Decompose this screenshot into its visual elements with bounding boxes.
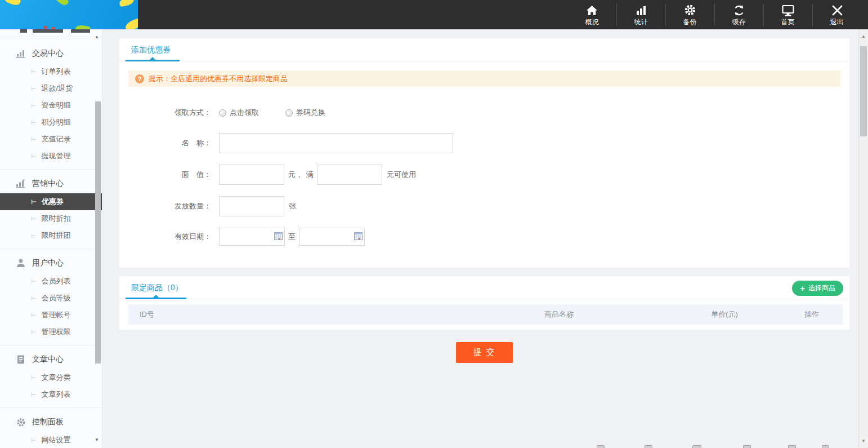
- sidebar-item-label: 文章列表: [42, 389, 71, 400]
- sidebar-item-site-settings[interactable]: ⊢网站设置: [0, 432, 102, 448]
- gear-icon: [683, 3, 697, 17]
- sidebar-item-member-list[interactable]: ⊢会员列表: [0, 273, 102, 290]
- divider: [0, 169, 102, 170]
- sidebar-section-article-center[interactable]: 文章中心: [0, 350, 102, 369]
- divider: [0, 249, 102, 249]
- column-header-product-name: 商品名称: [450, 309, 668, 320]
- page-scrollbar-thumb[interactable]: [860, 46, 867, 136]
- sidebar-item-member-level[interactable]: ⊢会员等级: [0, 290, 102, 307]
- topbar-item-label: 统计: [634, 18, 648, 26]
- column-header-id: ID号: [128, 309, 450, 320]
- issue-quantity-input[interactable]: [219, 196, 284, 216]
- banner-fragment: [44, 26, 47, 29]
- sidebar-item-order-list[interactable]: ⊢订单列表: [0, 63, 102, 80]
- chart-flag-icon: [16, 179, 26, 188]
- branch-icon: ⊢: [31, 329, 37, 336]
- clipped-icon-fragment: [692, 445, 701, 448]
- sidebar-item-flash-discount[interactable]: ⊢限时折扣: [0, 210, 102, 227]
- field-label-value: 面 值：: [175, 170, 211, 180]
- topbar-item-label: 备份: [683, 18, 697, 26]
- coupon-form: 领取方式： 点击领取 券码兑换 名 称： 面 值： 元， 满 元可使用 发放数量…: [119, 87, 849, 246]
- close-icon: [831, 3, 843, 17]
- tip-text: 提示：全店通用的优惠券不用选择限定商品: [149, 74, 288, 84]
- radio-option-code-redeem[interactable]: 券码兑换: [285, 108, 325, 118]
- sidebar-scroll-up-arrow[interactable]: ▲: [93, 34, 100, 40]
- sidebar-item-refund[interactable]: ⊢退款/退货: [0, 80, 102, 97]
- topbar-overview-button[interactable]: 概况: [567, 0, 616, 29]
- branch-icon: ⊢: [31, 68, 37, 76]
- chart-bars-icon: [16, 49, 26, 58]
- panel-tabs: 添加优惠券: [119, 38, 849, 61]
- topbar-cache-button[interactable]: 缓存: [714, 0, 763, 29]
- sidebar-item-points-detail[interactable]: ⊢积分明细: [0, 114, 102, 131]
- submit-button[interactable]: 提 交: [456, 342, 513, 363]
- start-date-wrapper: [219, 228, 285, 246]
- divider: [0, 345, 102, 345]
- sidebar-item-article-category[interactable]: ⊢文章分类: [0, 369, 102, 386]
- clipped-menu-item-fragment: [33, 29, 63, 33]
- sidebar-item-label: 提现管理: [42, 151, 71, 161]
- field-label-quantity: 发放数量：: [175, 201, 211, 211]
- sidebar-section-marketing-center[interactable]: 营销中心: [0, 174, 102, 193]
- topbar-stats-button[interactable]: 统计: [616, 0, 665, 29]
- page-scroll-down-arrow[interactable]: ▼: [859, 438, 868, 443]
- refresh-icon: [732, 3, 746, 17]
- sidebar-item-recharge-record[interactable]: ⊢充值记录: [0, 131, 102, 148]
- sidebar-section-user-center[interactable]: 用户中心: [0, 254, 102, 273]
- date-separator: 至: [288, 232, 296, 242]
- topbar-homepage-button[interactable]: 首页: [763, 0, 812, 29]
- sidebar-item-label: 充值记录: [42, 134, 71, 144]
- branch-icon: ⊢: [31, 119, 37, 126]
- divider: [0, 37, 102, 37]
- min-amount-input[interactable]: [317, 165, 382, 185]
- topbar-item-label: 首页: [781, 18, 795, 26]
- column-header-action: 操作: [781, 309, 843, 320]
- monitor-icon: [781, 3, 795, 17]
- branch-icon: ⊢: [31, 198, 37, 206]
- home-icon: [585, 3, 598, 17]
- coupon-value-input[interactable]: [219, 165, 284, 185]
- topbar-backup-button[interactable]: 备份: [665, 0, 714, 29]
- leaf-decoration: [75, 24, 91, 29]
- sidebar-item-admin-permission[interactable]: ⊢管理权限: [0, 323, 102, 340]
- radio-option-click-receive[interactable]: 点击领取: [219, 108, 259, 118]
- sidebar-item-admin-account[interactable]: ⊢管理帐号: [0, 307, 102, 323]
- sidebar-item-group-buy[interactable]: ⊢限时拼团: [0, 227, 102, 244]
- min-prefix: 满: [306, 170, 314, 180]
- topbar-logout-button[interactable]: 退出: [812, 0, 861, 29]
- sidebar-item-fund-detail[interactable]: ⊢资金明细: [0, 97, 102, 114]
- stats-icon: [635, 3, 647, 17]
- radio-icon[interactable]: [219, 109, 226, 117]
- clipped-menu-item-fragment: [71, 29, 90, 33]
- sidebar-item-coupon[interactable]: ⊢优惠券: [0, 193, 102, 210]
- sidebar-item-article-list[interactable]: ⊢文章列表: [0, 386, 102, 403]
- leaf-decoration: [53, 0, 69, 7]
- sidebar-item-label: 会员等级: [42, 293, 71, 303]
- column-header-unit-price: 单价(元): [668, 309, 781, 320]
- branch-icon: ⊢: [31, 437, 37, 444]
- branch-icon: ⊢: [31, 136, 37, 143]
- tab-underline: [126, 298, 186, 299]
- sidebar-scrollbar-thumb[interactable]: [95, 101, 101, 363]
- branch-icon: ⊢: [31, 232, 37, 239]
- coupon-name-input[interactable]: [219, 133, 453, 153]
- sidebar-section-trade-center[interactable]: 交易中心: [0, 44, 102, 63]
- sidebar-scroll-down-arrow[interactable]: ▼: [93, 437, 100, 443]
- products-table-header: ID号 商品名称 单价(元) 操作: [128, 304, 843, 325]
- radio-icon[interactable]: [285, 109, 293, 117]
- sidebar-section-control-panel[interactable]: 控制面板: [0, 412, 102, 432]
- branch-icon: ⊢: [31, 102, 37, 109]
- calendar-icon[interactable]: [354, 232, 363, 242]
- page-scroll-up-arrow[interactable]: ▲: [859, 34, 868, 39]
- select-products-button[interactable]: + 选择商品: [792, 281, 843, 296]
- radio-label: 券码兑换: [296, 108, 325, 118]
- sidebar: ▲ ▼ 交易中心 ⊢订单列表 ⊢退款/退货 ⊢资金明细 ⊢积分明细 ⊢充值记录 …: [0, 29, 102, 448]
- clipped-icon-fragment: [822, 445, 829, 448]
- sidebar-item-label: 积分明细: [42, 117, 71, 127]
- page-scrollbar[interactable]: ▲ ▼: [858, 29, 868, 448]
- sidebar-item-label: 文章分类: [42, 372, 71, 383]
- sidebar-item-withdraw-manage[interactable]: ⊢提现管理: [0, 148, 102, 165]
- calendar-icon[interactable]: [274, 232, 283, 242]
- clipped-icon-fragment: [645, 445, 652, 448]
- sidebar-section-label: 营销中心: [32, 179, 64, 189]
